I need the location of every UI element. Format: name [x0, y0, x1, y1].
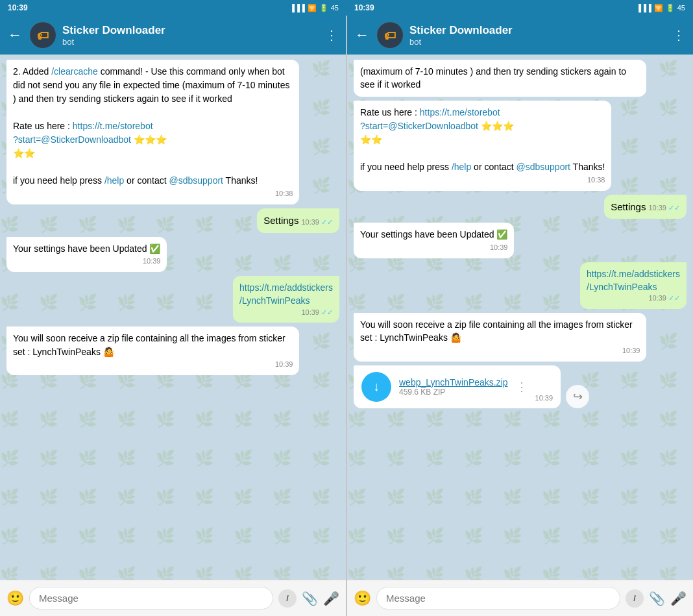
msg-time-updated-right: 10:39	[360, 243, 507, 253]
link-support-left[interactable]: @sdbsupport	[169, 175, 223, 186]
checkmark-link-left: ✓✓	[321, 308, 333, 316]
settings-text-left: Settings	[263, 214, 298, 228]
updated-text-left: Your settings have been Updated ✅	[13, 243, 160, 254]
battery-level-right: 45	[677, 4, 685, 12]
chat-area-left: 2. Added /clearcache command! - Use this…	[0, 55, 346, 580]
status-time-left: 10:39	[8, 3, 28, 12]
command-icon-right[interactable]: /	[626, 589, 644, 608]
settings-time-left: 10:39 ✓✓	[301, 217, 333, 228]
message-user-link-right: https://t.me/addstickers/LynchTwinPeaks …	[580, 262, 687, 310]
bot-name-left: Sticker Downloader	[62, 24, 319, 37]
zip-text-left: You will soon receive a zip file contain…	[13, 333, 286, 356]
message-user-settings-right: Settings 10:39 ✓✓	[604, 195, 687, 219]
svg-text:🏷: 🏷	[384, 29, 396, 42]
header-info-left: Sticker Downloader bot	[62, 24, 319, 47]
message-input-left[interactable]	[29, 587, 273, 610]
sticker-icon-left[interactable]: 🙂	[6, 590, 24, 607]
file-widget-right[interactable]: ↓ webp_LynchTwinPeaks.zip 459.6 KB ZIP ⋮…	[354, 365, 561, 408]
battery-icon-left: 🔋	[319, 4, 328, 12]
file-more-icon[interactable]: ⋮	[516, 380, 528, 394]
status-time-right: 10:39	[354, 3, 374, 12]
message-input-right[interactable]	[376, 587, 620, 610]
download-circle[interactable]: ↓	[361, 372, 391, 402]
link-storebot-right[interactable]: https://t.me/storebot?start=@StickerDown…	[360, 107, 500, 131]
link-help-right[interactable]: /help	[452, 162, 471, 172]
download-arrow-icon: ↓	[373, 379, 380, 394]
msg-time-bot1-left: 10:38	[13, 189, 293, 199]
attach-icon-left[interactable]: 📎	[302, 591, 318, 606]
avatar-left: 🏷	[30, 22, 56, 48]
signal-icon-left: ▐▐▐	[289, 4, 304, 12]
message-bot-clearcache: 2. Added /clearcache command! - Use this…	[6, 60, 299, 204]
message-user-link-left: https://t.me/addstickers/LynchTwinPeaks …	[233, 276, 339, 323]
msg-time-zip-left: 10:39	[13, 360, 293, 370]
msg-time-rate-right: 10:38	[360, 175, 605, 186]
settings-time-right: 10:39 ✓✓	[648, 203, 680, 214]
msg-time-updated-left: 10:39	[13, 256, 160, 267]
avatar-right: 🏷	[377, 22, 403, 48]
signal-icon-right: ▐▐▐	[636, 4, 651, 12]
menu-button-left[interactable]: ⋮	[325, 27, 338, 43]
mic-icon-left[interactable]: 🎤	[323, 591, 339, 606]
link-clearcache[interactable]: /clearcache	[51, 66, 98, 77]
header-info-right: Sticker Downloader bot	[409, 24, 666, 47]
wifi-icon-left: 🛜	[308, 4, 317, 12]
back-button-right[interactable]: ←	[355, 27, 369, 43]
mic-icon-right[interactable]: 🎤	[670, 591, 687, 606]
checkmark-link-right: ✓✓	[668, 294, 680, 302]
message-bot-rate-right: Rate us here : https://t.me/storebot?sta…	[354, 101, 611, 191]
file-info: webp_LynchTwinPeaks.zip 459.6 KB ZIP	[399, 377, 508, 397]
settings-text-right: Settings	[611, 200, 646, 214]
message-bot-top-right: (maximum of 7-10 minutes ) and then try …	[354, 60, 646, 97]
bot-status-right: bot	[409, 37, 666, 47]
zip-text-right: You will soon receive a zip file contain…	[360, 319, 633, 343]
message-bot-updated-left: Your settings have been Updated ✅ 10:39	[6, 237, 167, 272]
input-bar-left: 🙂 / 📎 🎤	[0, 580, 346, 616]
link-storebot-left[interactable]: https://t.me/storebot?start=@StickerDown…	[13, 121, 153, 145]
message-bot-zip-right: You will soon receive a zip file contain…	[354, 313, 646, 362]
bot-status-left: bot	[62, 37, 319, 47]
truncated-text-right: (maximum of 7-10 minutes ) and then try …	[360, 66, 626, 90]
file-row-right: ↓ webp_LynchTwinPeaks.zip 459.6 KB ZIP ⋮…	[354, 365, 687, 408]
sticker-icon-right[interactable]: 🙂	[354, 590, 371, 607]
forward-icon: ↪	[573, 389, 583, 404]
link-addstickers-left[interactable]: https://t.me/addstickers/LynchTwinPeaks	[239, 282, 333, 306]
checkmark-settings-left: ✓✓	[321, 218, 333, 226]
menu-button-right[interactable]: ⋮	[672, 27, 685, 43]
file-time: 10:39	[535, 394, 553, 402]
svg-text:🏷: 🏷	[37, 29, 49, 42]
wifi-icon-right: 🛜	[654, 4, 663, 12]
message-user-settings-left: Settings 10:39 ✓✓	[257, 208, 339, 233]
command-icon-left[interactable]: /	[278, 589, 297, 608]
file-meta: 459.6 KB ZIP	[399, 388, 508, 397]
updated-text-right: Your settings have been Updated ✅	[360, 229, 507, 240]
chat-area-right: (maximum of 7-10 minutes ) and then try …	[347, 55, 693, 580]
file-name[interactable]: webp_LynchTwinPeaks.zip	[399, 377, 508, 388]
forward-button[interactable]: ↪	[566, 385, 589, 408]
message-bot-zip-left: You will soon receive a zip file contain…	[6, 326, 299, 375]
battery-level-left: 45	[331, 4, 339, 12]
link-help-left[interactable]: /help	[104, 175, 124, 186]
link-addstickers-right[interactable]: https://t.me/addstickers/LynchTwinPeaks	[587, 269, 680, 292]
message-bot-updated-right: Your settings have been Updated ✅ 10:39	[354, 223, 514, 258]
bot-name-right: Sticker Downloader	[409, 24, 666, 37]
link-support-right[interactable]: @sdbsupport	[517, 162, 570, 172]
input-bar-right: 🙂 / 📎 🎤	[347, 580, 693, 616]
attach-icon-right[interactable]: 📎	[649, 591, 665, 606]
msg-time-zip-right: 10:39	[360, 346, 640, 356]
battery-icon-right: 🔋	[666, 4, 675, 12]
checkmark-settings-right: ✓✓	[668, 204, 680, 212]
back-button-left[interactable]: ←	[8, 27, 22, 43]
